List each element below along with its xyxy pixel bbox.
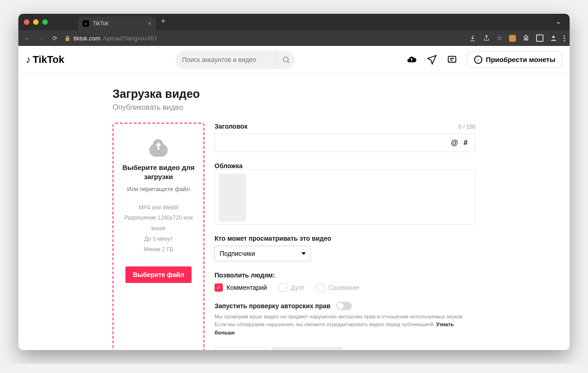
- svg-rect-2: [448, 56, 456, 62]
- search-button[interactable]: [277, 51, 295, 69]
- url-path: /upload?lang=ru-RU: [103, 35, 157, 42]
- browser-menu-icon[interactable]: [564, 35, 565, 41]
- allow-label: Позволить людям:: [215, 271, 475, 279]
- upload-content: Загрузка видео Опубликовать видео Выбери…: [113, 83, 475, 350]
- privacy-select[interactable]: Подписчики: [215, 246, 311, 261]
- url-host: tiktok.com: [74, 35, 101, 42]
- allow-stitch[interactable]: Сшивание: [317, 283, 360, 292]
- page-content: ♪ TikTok ♪ Приобрести монеты Загрузка: [18, 46, 570, 350]
- logo-note-icon: ♪: [26, 54, 31, 66]
- search-input[interactable]: [175, 56, 277, 63]
- window-controls: [22, 14, 51, 30]
- title-counter: 0 / 150: [458, 124, 475, 130]
- tab-favicon: ♪: [83, 20, 89, 27]
- allow-comment[interactable]: ✓ Комментарий: [215, 283, 267, 292]
- new-tab-button[interactable]: +: [156, 17, 170, 28]
- forward-button[interactable]: →: [37, 34, 45, 42]
- extension-icon[interactable]: [509, 35, 516, 42]
- allow-comment-label: Комментарий: [226, 284, 267, 291]
- extensions-puzzle-icon[interactable]: [522, 34, 530, 42]
- upload-cloud-icon[interactable]: [407, 55, 417, 65]
- tiktok-logo[interactable]: ♪ TikTok: [26, 54, 64, 66]
- browser-titlebar: ♪ TikTok × + ⌄: [18, 14, 570, 30]
- upload-meta-size: Менее 2 ГБ: [118, 244, 199, 255]
- copyright-label: Запустить проверку авторских прав: [215, 302, 331, 310]
- title-label: Заголовок: [215, 123, 248, 130]
- cover-box[interactable]: [215, 170, 475, 225]
- title-input-wrapper: @ #: [215, 134, 475, 152]
- search-box[interactable]: [175, 51, 295, 69]
- back-button[interactable]: ←: [23, 34, 31, 42]
- page-subtitle: Опубликовать видео: [113, 103, 475, 112]
- tab-title: TikTok: [93, 20, 108, 27]
- lock-icon: 🔒: [64, 35, 71, 41]
- site-header: ♪ TikTok ♪ Приобрести монеты: [18, 46, 570, 73]
- checkbox-icon: [279, 283, 287, 292]
- cover-placeholder: [219, 174, 246, 221]
- upload-meta-format: MP4 или WebM: [118, 203, 199, 213]
- panel-toggle-icon[interactable]: [536, 34, 543, 42]
- allow-stitch-label: Сшивание: [328, 284, 360, 291]
- select-file-button[interactable]: Выберите файл: [125, 266, 192, 283]
- browser-toolbar: ← → ⟳ 🔒 tiktok.com/upload?lang=ru-RU ☆: [18, 30, 570, 46]
- search-icon: [282, 56, 290, 64]
- copyright-toggle[interactable]: [336, 302, 352, 310]
- coin-icon: ♪: [474, 56, 482, 64]
- title-input[interactable]: [220, 139, 448, 147]
- tabs-overflow-button[interactable]: ⌄: [551, 17, 566, 28]
- messages-icon[interactable]: [427, 55, 437, 65]
- get-coins-label: Приобрести монеты: [486, 56, 555, 63]
- upload-or-text: Или перетащите файл: [118, 186, 199, 192]
- inbox-icon[interactable]: [447, 55, 457, 65]
- svg-point-0: [552, 36, 554, 38]
- delete-button[interactable]: Удалить: [215, 347, 266, 350]
- upload-meta-duration: До 5 минут: [118, 234, 199, 244]
- minimize-window-button[interactable]: [33, 19, 39, 25]
- address-bar[interactable]: 🔒 tiktok.com/upload?lang=ru-RU: [64, 35, 464, 42]
- browser-window: ♪ TikTok × + ⌄ ← → ⟳ 🔒 tiktok.com/upload…: [18, 14, 570, 350]
- allow-duet[interactable]: Дуэт: [279, 283, 305, 292]
- checkbox-checked-icon: ✓: [215, 283, 223, 292]
- privacy-label: Кто может просматривать это видео: [215, 235, 475, 242]
- privacy-value: Подписчики: [220, 250, 255, 257]
- bookmark-star-icon[interactable]: ☆: [497, 34, 503, 42]
- browser-action-icons: ☆: [469, 34, 565, 42]
- copyright-help: Мы проверим ваше видео на предмет наруше…: [215, 313, 475, 337]
- publish-button[interactable]: Опубликовать: [272, 347, 343, 350]
- mention-button[interactable]: @: [448, 139, 461, 147]
- hashtag-button[interactable]: #: [461, 139, 470, 147]
- checkbox-icon: [317, 283, 325, 292]
- share-icon[interactable]: [483, 34, 490, 42]
- download-icon[interactable]: [469, 34, 476, 42]
- cover-label: Обложка: [215, 162, 475, 170]
- page-title: Загрузка видео: [113, 87, 475, 101]
- cloud-upload-icon: [149, 144, 168, 157]
- upload-dropzone[interactable]: Выберите видео для загрузки Или перетащи…: [113, 123, 204, 350]
- upload-form: Заголовок 0 / 150 @ # Обложка Кто может …: [215, 123, 475, 350]
- maximize-window-button[interactable]: [42, 19, 48, 25]
- logo-text: TikTok: [33, 54, 64, 66]
- form-actions: Удалить Опубликовать: [215, 347, 475, 350]
- reload-button[interactable]: ⟳: [51, 34, 59, 42]
- svg-point-1: [283, 57, 288, 62]
- header-actions: ♪ Приобрести монеты: [407, 51, 562, 68]
- tab-close-icon[interactable]: ×: [148, 20, 152, 27]
- get-coins-button[interactable]: ♪ Приобрести монеты: [467, 51, 562, 68]
- close-window-button[interactable]: [24, 19, 29, 25]
- chevron-down-icon: [301, 252, 306, 255]
- upload-meta-resolution: Разрешение 1280x720 или выше: [118, 213, 199, 234]
- profile-icon[interactable]: [550, 34, 557, 42]
- browser-tab[interactable]: ♪ TikTok ×: [78, 17, 156, 30]
- allow-duet-label: Дуэт: [291, 284, 305, 291]
- copyright-help-text: Мы проверим ваше видео на предмет наруше…: [215, 314, 464, 327]
- upload-lead-text: Выберите видео для загрузки: [118, 163, 199, 182]
- allow-options: ✓ Комментарий Дуэт Сшивание: [215, 283, 475, 292]
- upload-meta: MP4 или WebM Разрешение 1280x720 или выш…: [118, 203, 199, 255]
